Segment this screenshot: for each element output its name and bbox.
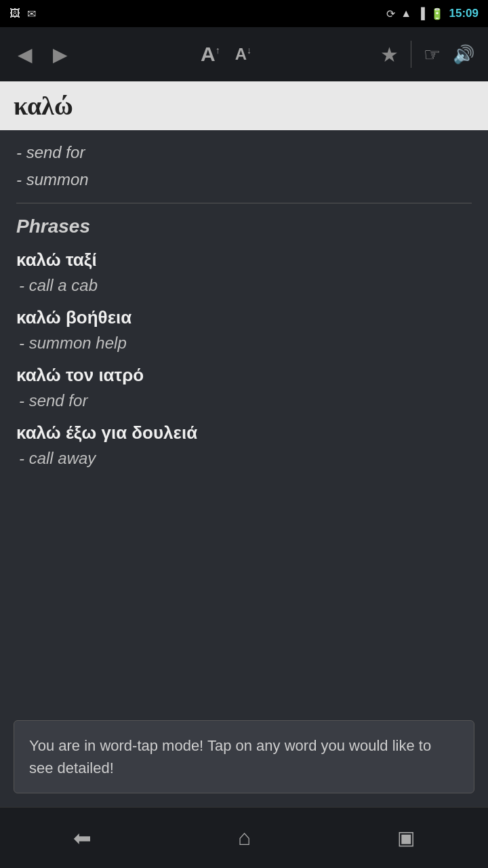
- phrase-block-4: καλώ έξω για δουλειά - call away: [16, 420, 472, 471]
- mail-icon: ✉: [27, 7, 36, 20]
- font-decrease-button[interactable]: A↓: [232, 42, 254, 66]
- phrase-greek-4[interactable]: καλώ έξω για δουλειά: [16, 420, 472, 446]
- rotate-icon: ⟳: [386, 7, 395, 20]
- nav-back-button[interactable]: ⬅: [53, 818, 112, 858]
- phrases-heading: Phrases: [16, 216, 472, 237]
- phrase-block-2: καλώ βοήθεια - summon help: [16, 304, 472, 355]
- battery-icon: 🔋: [430, 7, 444, 20]
- signal-icon: ▐: [417, 7, 424, 20]
- phrase-greek-1[interactable]: καλώ ταξί: [16, 247, 472, 273]
- word-tap-button[interactable]: ☞: [424, 43, 441, 66]
- wifi-icon: ▲: [401, 7, 411, 20]
- main-word[interactable]: καλώ: [14, 92, 73, 120]
- definition-area: - send for - summon Phrases καλώ ταξί - …: [0, 130, 488, 700]
- phrase-translation-3[interactable]: - send for: [16, 389, 472, 413]
- phrase-translation-1[interactable]: - call a cab: [16, 273, 472, 298]
- back-button[interactable]: ◀: [14, 39, 37, 70]
- definition-2[interactable]: - summon: [16, 168, 472, 191]
- toolbar-font-controls: A↑ A↓: [198, 40, 254, 68]
- section-divider: [16, 203, 472, 203]
- phrase-block-3: καλώ τον ιατρό - send for: [16, 362, 472, 413]
- toolbar-nav: ◀ ▶: [14, 39, 72, 70]
- phrase-greek-3[interactable]: καλώ τον ιατρό: [16, 362, 472, 389]
- phrase-translation-4[interactable]: - call away: [16, 446, 472, 471]
- nav-home-button[interactable]: ⌂: [218, 818, 271, 857]
- main-content: καλώ - send for - summon Phrases καλώ τα…: [0, 81, 488, 807]
- status-bar: 🖼 ✉ ⟳ ▲ ▐ 🔋 15:09: [0, 0, 488, 27]
- nav-recents-button[interactable]: ▣: [377, 820, 435, 856]
- phrase-block-1: καλώ ταξί - call a cab: [16, 247, 472, 298]
- status-left-icons: 🖼 ✉: [9, 7, 36, 20]
- toolbar-actions: ★ ☞ 🔊: [380, 41, 474, 68]
- phrase-translation-2[interactable]: - summon help: [16, 331, 472, 355]
- wordtap-notice: You are in word-tap mode! Tap on any wor…: [14, 720, 474, 793]
- wordtap-text: You are in word-tap mode! Tap on any wor…: [29, 737, 431, 776]
- volume-button[interactable]: 🔊: [453, 44, 474, 65]
- bookmark-button[interactable]: ★: [380, 43, 399, 66]
- phrase-greek-2[interactable]: καλώ βοήθεια: [16, 304, 472, 331]
- search-header: καλώ: [0, 81, 488, 130]
- status-right-icons: ⟳ ▲ ▐ 🔋 15:09: [386, 7, 479, 20]
- forward-button[interactable]: ▶: [49, 39, 72, 70]
- font-increase-button[interactable]: A↑: [198, 40, 223, 68]
- photo-icon: 🖼: [9, 7, 20, 20]
- time-display: 15:09: [449, 7, 479, 20]
- toolbar: ◀ ▶ A↑ A↓ ★ ☞ 🔊: [0, 27, 488, 81]
- bottom-nav: ⬅ ⌂ ▣: [0, 807, 488, 868]
- definition-1[interactable]: - send for: [16, 141, 472, 164]
- toolbar-divider: [411, 41, 411, 68]
